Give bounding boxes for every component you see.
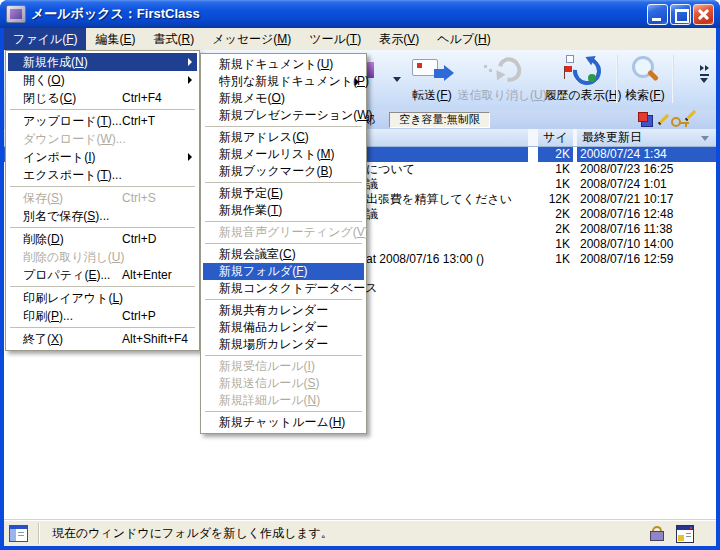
new-submenu-separator <box>205 299 362 300</box>
menubar-item-view[interactable]: 表示(V) <box>370 28 428 50</box>
row-size: 1K <box>538 252 573 267</box>
file-menu-separator <box>10 186 195 187</box>
sort-arrow-icon[interactable] <box>701 136 709 141</box>
file-menu-item-save: 保存(S)Ctrl+S <box>8 189 197 207</box>
new-submenu-separator <box>205 355 362 356</box>
row-date: 2008/07/10 14:00 <box>577 237 716 252</box>
statusbar: 現在のウィンドウにフォルダを新しく作成します。 <box>4 519 716 546</box>
menubar: ファイル(F)編集(E)書式(R)メッセージ(M)ツール(T)表示(V)ヘルプ(… <box>4 28 716 51</box>
file-menu-item-export[interactable]: エクスポート(T)... <box>8 166 197 184</box>
file-menu-item-new[interactable]: 新規作成(N) <box>8 53 197 71</box>
new-submenu-item-new-event[interactable]: 新規予定(E) <box>203 185 364 202</box>
row-size: 2K <box>538 207 573 222</box>
file-menu-separator <box>10 227 195 228</box>
file-menu-item-download: ダウンロード(W)... <box>8 130 197 148</box>
menubar-item-format[interactable]: 書式(R) <box>144 28 203 50</box>
menubar-item-file[interactable]: ファイル(F) <box>4 28 86 50</box>
file-menu-item-save-as[interactable]: 別名で保存(S)... <box>8 207 197 225</box>
new-submenu-item-new-resource-calendar[interactable]: 新規備品カレンダー <box>203 319 364 336</box>
file-menu-item-print-layout[interactable]: 印刷レイアウト(L) <box>8 289 197 307</box>
row-size: 1K <box>538 177 573 192</box>
new-submenu-item-new-location-calendar[interactable]: 新規場所カレンダー <box>203 336 364 353</box>
close-button[interactable] <box>693 4 714 25</box>
file-menu-item-open[interactable]: 開く(O) <box>8 71 197 89</box>
new-submenu-item-new-mail-list[interactable]: 新規メールリスト(M) <box>203 146 364 163</box>
toolbar-overflow-button[interactable] <box>698 65 714 87</box>
new-submenu-item-new-bookmark[interactable]: 新規ブックマーク(B) <box>203 163 364 180</box>
window-title: メールボックス：FirstClass <box>31 5 645 23</box>
column-header-size[interactable]: サイズ <box>538 129 573 146</box>
new-submenu-item-new-chat-room[interactable]: 新規チャットルーム(H) <box>203 414 364 431</box>
new-submenu-separator <box>205 243 362 244</box>
row-size: 1K <box>538 237 573 252</box>
new-submenu-item-new-memo[interactable]: 新規メモ(O) <box>203 90 364 107</box>
row-size: 1K <box>538 162 573 177</box>
toolbar-dropdown-caret-icon[interactable] <box>393 77 401 82</box>
row-date: 2008/07/23 16:25 <box>577 162 716 177</box>
file-menu-item-upload[interactable]: アップロード(T)...Ctrl+T <box>8 112 197 130</box>
toolbar-button-forward[interactable]: 転送(F) <box>402 53 462 104</box>
new-submenu-item-new-document[interactable]: 新規ドキュメント(U) <box>203 56 364 73</box>
new-submenu-item-special-new-document[interactable]: 特別な新規ドキュメント(P) <box>203 73 364 90</box>
toolbar-button-search[interactable]: 検索(F) <box>620 53 670 104</box>
flags-icon[interactable] <box>638 112 653 127</box>
toolbar-separator <box>672 55 674 103</box>
titlebar[interactable]: メールボックス：FirstClass <box>0 0 720 28</box>
row-date: 2008/07/16 12:48 <box>577 207 716 222</box>
new-submenu-item-new-folder[interactable]: 新規フォルダ(F) <box>203 263 364 280</box>
status-message: 現在のウィンドウにフォルダを新しく作成します。 <box>52 520 333 546</box>
new-submenu-item-new-address[interactable]: 新規アドレス(C) <box>203 129 364 146</box>
menubar-item-tools[interactable]: ツール(T) <box>300 28 370 50</box>
new-submenu-item-new-receive-rule: 新規受信ルール(I) <box>203 358 364 375</box>
row-date: 2008/07/24 1:01 <box>577 177 716 192</box>
file-menu-item-close[interactable]: 閉じる(C)Ctrl+F4 <box>8 89 197 107</box>
row-size: 2K <box>538 222 573 237</box>
lock-icon <box>650 526 663 541</box>
toolbar-button-history[interactable]: 履歴の表示(H) <box>544 53 622 104</box>
row-date: 2008/07/21 10:17 <box>577 192 716 207</box>
submenu-arrow-icon <box>355 78 359 86</box>
new-submenu-separator <box>205 182 362 183</box>
file-menu-item-print[interactable]: 印刷(P)...Ctrl+P <box>8 307 197 325</box>
column-header-date[interactable]: 最終更新日 <box>577 129 716 146</box>
submenu-arrow-icon <box>188 153 192 161</box>
menubar-item-help[interactable]: ヘルプ(H) <box>428 28 500 50</box>
row-date: 2008/07/16 12:59 <box>577 252 716 267</box>
new-submenu-item-new-task[interactable]: 新規作業(T) <box>203 202 364 219</box>
new-submenu-item-new-send-rule: 新規送信ルール(S) <box>203 375 364 392</box>
new-submenu-item-new-shared-calendar[interactable]: 新規共有カレンダー <box>203 302 364 319</box>
file-menu-separator <box>10 286 195 287</box>
new-submenu-item-new-contact-database[interactable]: 新規コンタクトデータベース <box>203 280 364 297</box>
statusbar-separator <box>38 523 39 544</box>
new-submenu-item-new-presentation[interactable]: 新規プレゼンテーション(W) <box>203 107 364 124</box>
pencil-icon[interactable] <box>657 113 670 126</box>
submenu-arrow-icon <box>188 76 192 84</box>
column-divider[interactable] <box>528 129 538 146</box>
file-menu-item-properties[interactable]: プロパティ(E)...Alt+Enter <box>8 266 197 284</box>
layout-toggle-icon[interactable] <box>676 525 694 543</box>
file-menu-separator <box>10 109 195 110</box>
quota-box: 空き容量:無制限 <box>389 112 490 128</box>
new-submenu-separator <box>205 221 362 222</box>
history-icon <box>559 53 607 86</box>
row-date: 2008/07/16 11:38 <box>577 222 716 237</box>
file-menu-item-delete[interactable]: 削除(D)Ctrl+D <box>8 230 197 248</box>
forward-icon <box>408 53 456 86</box>
new-submenu-item-new-voice-greeting: 新規音声グリーティング(V) <box>203 224 364 241</box>
row-size: 12K <box>538 192 573 207</box>
minimize-button[interactable] <box>647 4 668 25</box>
new-submenu-item-new-conference[interactable]: 新規会議室(C) <box>203 246 364 263</box>
submenu-arrow-icon <box>188 58 192 66</box>
new-submenu-separator <box>205 411 362 412</box>
maximize-button[interactable] <box>670 4 691 25</box>
file-menu-item-exit[interactable]: 終了(X)Alt+Shift+F4 <box>8 330 197 348</box>
file-menu-item-import[interactable]: インポート(I) <box>8 148 197 166</box>
menubar-item-message[interactable]: メッセージ(M) <box>203 28 300 50</box>
undo-send-icon <box>478 53 526 86</box>
file-menu: 新規作成(N)開く(O)閉じる(C)Ctrl+F4アップロード(T)...Ctr… <box>5 50 200 351</box>
toolbar-button-undo-send: 送信取り消し(U) <box>460 53 544 104</box>
menubar-item-edit[interactable]: 編集(E) <box>86 28 144 50</box>
statusbar-window-icon <box>9 525 28 542</box>
key-pencil-icon[interactable] <box>671 112 698 128</box>
app-icon <box>6 5 26 23</box>
